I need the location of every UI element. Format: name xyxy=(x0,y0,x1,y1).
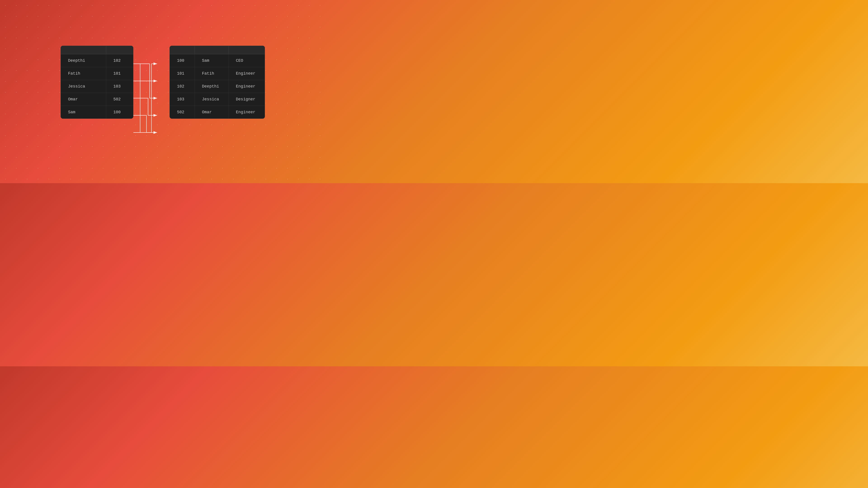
emp-name-cell: Fatih xyxy=(195,67,228,80)
lookup-arrows xyxy=(133,55,169,141)
employees-table-section: 100 Sam CEO 101 Fatih Engineer 102 Deept… xyxy=(169,42,265,119)
table-row: 100 Sam CEO xyxy=(170,54,265,67)
table-row: 102 Deepthi Engineer xyxy=(170,80,265,93)
table-row: Omar 502 xyxy=(61,93,133,106)
emp-name-cell: Omar xyxy=(195,106,228,119)
emp-title-cell: CEO xyxy=(228,54,265,67)
table-row: Jessica 103 xyxy=(61,80,133,93)
emp-col-title xyxy=(228,46,265,54)
emp-title-cell: Engineer xyxy=(228,106,265,119)
index-name-cell: Omar xyxy=(61,93,106,106)
index-id-cell: 102 xyxy=(106,54,133,67)
table-row: 502 Omar Engineer xyxy=(170,106,265,119)
table-row: 101 Fatih Engineer xyxy=(170,67,265,80)
table-row: Sam 100 xyxy=(61,106,133,119)
emp-id-cell: 103 xyxy=(170,93,195,106)
emp-title-cell: Engineer xyxy=(228,67,265,80)
index-col-name xyxy=(61,46,106,54)
emp-name-cell: Deepthi xyxy=(195,80,228,93)
emp-col-name xyxy=(195,46,228,54)
emp-id-cell: 102 xyxy=(170,80,195,93)
index-col-id xyxy=(106,46,133,54)
employees-table: 100 Sam CEO 101 Fatih Engineer 102 Deept… xyxy=(169,46,265,119)
table-row: Fatih 101 xyxy=(61,67,133,80)
index-name-cell: Sam xyxy=(61,106,106,119)
emp-id-cell: 502 xyxy=(170,106,195,119)
table-row: Deepthi 102 xyxy=(61,54,133,67)
index-table-section: Deepthi 102 Fatih 101 Jessica 103 Omar 5… xyxy=(61,42,133,119)
table-row: 103 Jessica Designer xyxy=(170,93,265,106)
connector-area xyxy=(133,55,169,141)
index-name-cell: Deepthi xyxy=(61,54,106,67)
index-id-cell: 101 xyxy=(106,67,133,80)
index-name-cell: Fatih xyxy=(61,67,106,80)
emp-id-cell: 101 xyxy=(170,67,195,80)
index-table: Deepthi 102 Fatih 101 Jessica 103 Omar 5… xyxy=(61,46,133,119)
index-id-cell: 100 xyxy=(106,106,133,119)
index-id-cell: 103 xyxy=(106,80,133,93)
emp-name-cell: Sam xyxy=(195,54,228,67)
emp-title-cell: Engineer xyxy=(228,80,265,93)
main-container: Deepthi 102 Fatih 101 Jessica 103 Omar 5… xyxy=(61,42,265,141)
emp-name-cell: Jessica xyxy=(195,93,228,106)
emp-title-cell: Designer xyxy=(228,93,265,106)
emp-id-cell: 100 xyxy=(170,54,195,67)
index-id-cell: 502 xyxy=(106,93,133,106)
emp-col-id xyxy=(170,46,195,54)
index-name-cell: Jessica xyxy=(61,80,106,93)
